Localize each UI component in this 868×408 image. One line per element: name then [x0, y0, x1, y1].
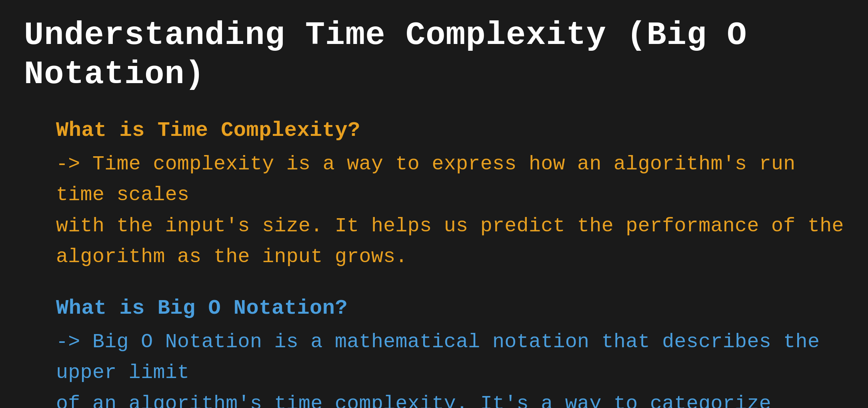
- page-title: Understanding Time Complexity (Big O Not…: [24, 16, 844, 95]
- time-complexity-heading: What is Time Complexity?: [56, 119, 844, 142]
- big-o-body: -> Big O Notation is a mathematical nota…: [56, 326, 844, 408]
- big-o-section: What is Big O Notation? -> Big O Notatio…: [56, 297, 844, 408]
- big-o-heading: What is Big O Notation?: [56, 297, 844, 320]
- time-complexity-body: -> Time complexity is a way to express h…: [56, 149, 844, 273]
- time-complexity-section: What is Time Complexity? -> Time complex…: [56, 119, 844, 273]
